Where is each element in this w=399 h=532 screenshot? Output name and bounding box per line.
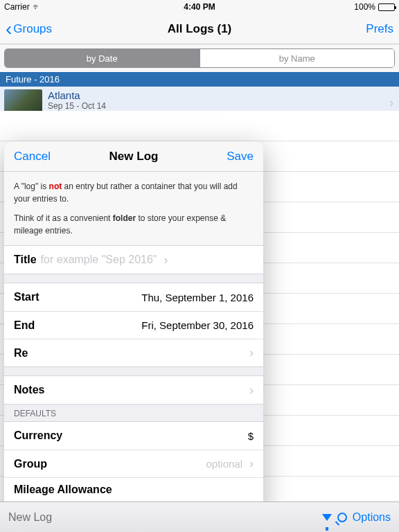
title-placeholder: for example "Sep 2016" — [41, 254, 157, 266]
popover-description: A "log" is not an entry but rather a con… — [4, 172, 263, 245]
wifi-icon: ᯤ — [33, 2, 41, 12]
re-field[interactable]: Re › — [4, 339, 263, 366]
save-button[interactable]: Save — [227, 150, 254, 163]
chevron-left-icon: ‹ — [6, 19, 12, 39]
group-label: Group — [14, 458, 47, 470]
chevron-right-icon: › — [164, 253, 168, 267]
notes-field[interactable]: Notes › — [4, 376, 263, 404]
battery-pct: 100% — [354, 2, 375, 12]
group-field[interactable]: Group optional › — [4, 450, 263, 477]
mileage-label: Mileage Allowance — [14, 484, 112, 495]
chevron-right-icon: › — [249, 456, 254, 471]
options-button[interactable]: Options — [322, 511, 391, 524]
start-label: Start — [14, 291, 39, 303]
re-label: Re — [14, 347, 28, 360]
sort-segment-wrap: by Date by Name — [0, 44, 399, 72]
start-value: Thu, September 1, 2016 — [141, 292, 254, 303]
notes-label: Notes — [14, 384, 44, 396]
status-time: 4:40 PM — [184, 2, 215, 12]
filter-icon — [322, 514, 332, 521]
defaults-header: DEFAULTS — [4, 405, 263, 421]
log-title: Atlanta — [48, 89, 106, 101]
page-title: All Logs (1) — [168, 22, 232, 36]
end-field[interactable]: End Fri, September 30, 2016 — [4, 311, 263, 339]
end-value: Fri, September 30, 2016 — [141, 319, 254, 331]
prefs-button[interactable]: Prefs — [366, 22, 393, 36]
back-label: Groups — [13, 22, 52, 36]
sort-segment: by Date by Name — [4, 48, 395, 68]
title-label: Title — [14, 254, 37, 266]
currency-label: Currency — [14, 429, 62, 442]
chevron-right-icon: › — [389, 96, 393, 110]
popover-title: New Log — [109, 150, 159, 163]
currency-field[interactable]: Currency $ — [4, 422, 263, 450]
battery-icon — [378, 3, 395, 11]
log-dates: Sep 15 - Oct 14 — [48, 101, 106, 111]
bottom-toolbar: New Log Options — [0, 502, 399, 532]
carrier-label: Carrier — [4, 2, 30, 12]
currency-value: $ — [248, 430, 254, 442]
chevron-right-icon: › — [249, 346, 254, 360]
section-header: Future - 2016 — [0, 72, 399, 87]
seg-by-name[interactable]: by Name — [200, 49, 395, 67]
back-button[interactable]: ‹ Groups — [6, 19, 52, 39]
new-log-popover: Cancel New Log Save A "log" is not an en… — [4, 141, 263, 532]
search-icon — [337, 513, 347, 522]
start-field[interactable]: Start Thu, September 1, 2016 — [4, 283, 263, 311]
popover-nav: Cancel New Log Save — [4, 141, 263, 172]
new-log-button[interactable]: New Log — [8, 511, 52, 524]
cancel-button[interactable]: Cancel — [14, 150, 51, 163]
title-field[interactable]: Title for example "Sep 2016" › — [4, 246, 263, 274]
seg-by-date[interactable]: by Date — [5, 49, 200, 67]
options-label: Options — [353, 511, 391, 524]
group-placeholder: optional — [206, 458, 242, 470]
chevron-right-icon: › — [249, 383, 254, 398]
nav-bar: ‹ Groups All Logs (1) Prefs — [0, 14, 399, 44]
status-bar: Carrier ᯤ 4:40 PM 100% — [0, 0, 399, 14]
mileage-row: Mileage Allowance — [4, 477, 263, 497]
end-label: End — [14, 319, 35, 332]
